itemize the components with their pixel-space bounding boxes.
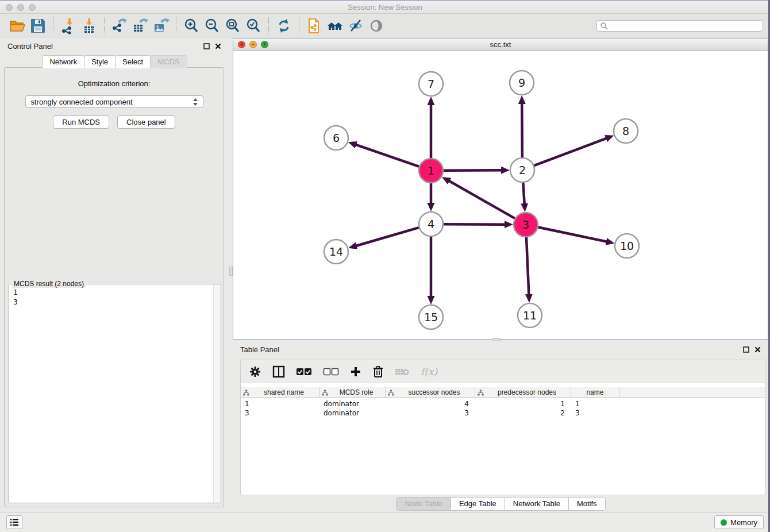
- graph-node-11[interactable]: 11: [518, 303, 542, 327]
- graph-edge-2-3[interactable]: [523, 183, 524, 205]
- network-graph: 7968124314101511: [233, 51, 768, 340]
- export-network-icon[interactable]: [109, 16, 130, 36]
- graph-node-label: 8: [622, 125, 629, 137]
- save-session-icon[interactable]: [28, 16, 48, 36]
- network-window-titlebar[interactable]: x – + scc.txt: [233, 38, 768, 51]
- close-table-panel-icon[interactable]: [754, 346, 761, 353]
- run-mcds-button[interactable]: Run MCDS: [53, 115, 109, 129]
- float-panel-icon[interactable]: [203, 43, 210, 49]
- graph-edge-2-8[interactable]: [534, 138, 607, 165]
- export-table-icon[interactable]: [130, 16, 151, 36]
- zoom-out-icon[interactable]: [202, 16, 222, 36]
- table-panel-header: Table Panel: [233, 342, 768, 356]
- zoom-selected-icon[interactable]: [243, 16, 264, 36]
- tab-network[interactable]: Network: [42, 55, 84, 68]
- column-layout-icon[interactable]: [272, 365, 285, 378]
- graph-node-10[interactable]: 10: [615, 234, 639, 258]
- graph-node-1[interactable]: 1: [419, 159, 443, 183]
- graph-node-8[interactable]: 8: [614, 119, 638, 143]
- column-header-name[interactable]: name: [571, 387, 619, 398]
- table-toolbar: f(x): [241, 360, 765, 383]
- graph-edge-3-1[interactable]: [448, 180, 514, 218]
- graph-edge-1-6[interactable]: [355, 144, 419, 166]
- zoom-in-icon[interactable]: [181, 16, 202, 36]
- table-settings-icon[interactable]: [249, 365, 261, 378]
- search-icon: [600, 22, 608, 30]
- zoom-fit-icon[interactable]: [222, 16, 243, 36]
- table-panel-tabs: Node TableEdge TableNetwork TableMotifs: [233, 497, 768, 511]
- graph-edge-4-3[interactable]: [444, 224, 506, 225]
- add-column-icon[interactable]: [350, 366, 361, 377]
- close-panel-button[interactable]: Close panel: [117, 115, 175, 129]
- graph-node-label: 9: [518, 76, 525, 89]
- table-cell: 1: [475, 400, 571, 408]
- tab-mcds[interactable]: MCDS: [150, 55, 187, 68]
- criterion-select-value: strongly connected component: [31, 98, 133, 106]
- application-window: Session: New Session: [0, 0, 770, 532]
- mcds-panel: Optimization criterion: strongly connect…: [4, 67, 224, 507]
- column-header-MCDS-role[interactable]: MCDS role: [319, 387, 386, 398]
- table-cell: 1: [241, 400, 319, 408]
- refresh-icon[interactable]: [274, 16, 294, 36]
- graph-node-9[interactable]: 9: [510, 71, 534, 95]
- graph-node-6[interactable]: 6: [324, 126, 348, 150]
- tab-motifs[interactable]: Motifs: [568, 497, 606, 511]
- delete-column-icon[interactable]: [372, 365, 384, 378]
- graph-edge-3-11[interactable]: [526, 237, 529, 295]
- export-image-icon[interactable]: [151, 16, 171, 36]
- column-label: name: [573, 388, 617, 396]
- select-all-checkboxes-icon[interactable]: [296, 368, 312, 376]
- table-cell: 3: [241, 409, 319, 417]
- tab-node-table[interactable]: Node Table: [396, 497, 451, 511]
- graph-edge-4-14[interactable]: [356, 228, 419, 246]
- column-header-shared-name[interactable]: shared name: [241, 387, 319, 398]
- hide-details-eye-icon[interactable]: [345, 16, 366, 36]
- graph-node-label: 14: [329, 245, 343, 258]
- list-icon: [10, 518, 19, 526]
- graph-node-4[interactable]: 4: [419, 212, 443, 236]
- network-view-window: x – + scc.txt 7968124314101511: [233, 38, 768, 340]
- column-header-successor-nodes[interactable]: successor nodes: [386, 387, 475, 398]
- clone-network-icon[interactable]: [304, 16, 325, 36]
- network-canvas[interactable]: 7968124314101511: [233, 51, 768, 339]
- tab-select[interactable]: Select: [115, 55, 151, 68]
- open-session-icon[interactable]: [7, 16, 28, 36]
- import-table-icon[interactable]: [79, 16, 99, 36]
- tab-style[interactable]: Style: [84, 55, 116, 68]
- graph-node-2[interactable]: 2: [510, 158, 534, 182]
- task-list-button[interactable]: [6, 515, 22, 529]
- table-cell: 1: [571, 400, 619, 408]
- criterion-select[interactable]: strongly connected component: [25, 95, 203, 108]
- home-views-icon[interactable]: [325, 16, 345, 36]
- vertical-split-handle[interactable]: [229, 267, 233, 276]
- graph-edge-1-2[interactable]: [444, 170, 502, 171]
- graph-edge-3-10[interactable]: [538, 228, 607, 242]
- control-panel-title: Control Panel: [7, 42, 53, 51]
- graph-node-label: 7: [428, 78, 434, 90]
- import-network-icon[interactable]: [58, 16, 79, 36]
- table-row[interactable]: 1dominator411: [241, 399, 765, 408]
- result-scrollbar[interactable]: [213, 284, 221, 503]
- graph-node-14[interactable]: 14: [324, 240, 348, 264]
- memory-button[interactable]: Memory: [714, 515, 764, 529]
- search-input[interactable]: [608, 21, 760, 30]
- deselect-all-checkboxes-icon[interactable]: [323, 368, 339, 376]
- graph-edge-2-9[interactable]: [522, 103, 522, 157]
- close-panel-icon[interactable]: [215, 43, 221, 49]
- graph-node-label: 15: [424, 311, 438, 323]
- window-titlebar: Session: New Session: [0, 1, 770, 14]
- tab-network-table[interactable]: Network Table: [505, 497, 569, 511]
- graph-node-15[interactable]: 15: [419, 305, 443, 329]
- table-row[interactable]: 3dominator323: [241, 408, 765, 418]
- tab-edge-table[interactable]: Edge Table: [451, 497, 505, 511]
- graph-node-label: 6: [333, 132, 340, 144]
- column-header-predecessor-nodes[interactable]: predecessor nodes: [475, 387, 571, 398]
- table-cell: dominator: [319, 400, 386, 408]
- float-table-panel-icon[interactable]: [743, 346, 749, 353]
- show-details-eye-icon[interactable]: [366, 16, 387, 36]
- graph-node-7[interactable]: 7: [419, 72, 443, 96]
- graph-node-3[interactable]: 3: [514, 213, 538, 237]
- search-field[interactable]: [596, 20, 763, 32]
- horizontal-split-handle[interactable]: [492, 338, 501, 341]
- function-builder-icon: f(x): [421, 366, 437, 377]
